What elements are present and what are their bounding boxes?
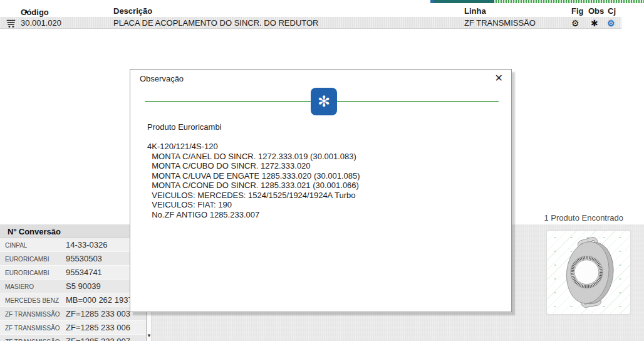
brand-label: MERCEDES BENZ <box>5 297 59 304</box>
conversion-table: Nº Conversão CINPAL 14-33-0326 EURORICAM… <box>0 224 146 341</box>
row-descricao-value: PLACA DE ACOPLAMENTO DO SINCR. DO REDUTO… <box>113 18 318 28</box>
dialog-title: Observação <box>140 74 184 83</box>
descricao-column-header[interactable]: Descrição <box>113 6 152 16</box>
scroll-down-button[interactable]: ▼ <box>147 332 152 340</box>
observation-line: No.ZF ANTIGO 1285.233.007 <box>147 210 360 220</box>
observation-line: MONTA C/ANEL DO SINCR. 1272.333.019 (30.… <box>147 152 360 162</box>
cj-column-header: Cj <box>608 6 616 16</box>
linha-column-header[interactable]: Linha <box>464 6 486 16</box>
brand-label: EURORICAMBI <box>5 270 49 276</box>
conversion-number: 95534741 <box>66 268 102 277</box>
observation-line: MONTA C/CUBO DO SINCR. 1272.333.020 <box>147 161 360 171</box>
table-row: MASIERO S5 90039 <box>0 280 146 293</box>
conversion-number: ZF=1285 233 006 <box>66 323 130 332</box>
results-count-label: 1 Produto Encontrado <box>544 213 623 223</box>
table-row: EURORICAMBI 95534741 <box>0 266 146 280</box>
table-row: ZF TRANSMISSÃO ZF=1285 233 006 <box>0 321 146 335</box>
top-accent-bar-teal-segment <box>430 0 494 3</box>
observation-line: 4K-120/121/4S-120 <box>147 142 360 152</box>
observacao-dialog: Observação ✕ ✻ Produto Euroricambi 4K-12… <box>130 69 512 312</box>
sort-ascending-icon[interactable]: ▲ <box>23 8 29 14</box>
observation-line: MONTA C/CONE DO SINCR. 1285.333.021 (30.… <box>147 181 360 191</box>
table-row: ZF TRANSMISSÃO ZF=1285 233 007 <box>0 335 146 341</box>
fig-column-header: Fig <box>571 6 584 16</box>
table-row: ZF TRANSMISSÃO ZF=1285 233 003 <box>0 307 146 321</box>
observation-line: Produto Euroricambi <box>147 122 360 132</box>
observation-text: Produto Euroricambi 4K-120/121/4S-120 MO… <box>147 122 360 219</box>
row-codigo-value: 30.001.020 <box>21 18 61 28</box>
obs-asterisk-icon[interactable]: ✱ <box>591 18 598 28</box>
observation-line: VEICULOS: MERCEDES: 1524/1525/1924/1924A… <box>147 191 360 201</box>
brand-label: ZF TRANSMISSÃO <box>5 338 60 341</box>
conversion-number: ZF=1285 233 003 <box>66 309 130 318</box>
brand-label: CINPAL <box>5 242 27 249</box>
brand-label: ZF TRANSMISSÃO <box>5 325 60 332</box>
row-linha-value: ZF TRANSMISSÃO <box>464 18 536 28</box>
product-image <box>546 230 631 315</box>
table-row: CINPAL 14-33-0326 <box>0 238 146 252</box>
observation-line <box>147 132 360 142</box>
results-table-header: Código▲ Descrição Linha Fig Obs Cj <box>0 5 644 17</box>
fig-gear-icon[interactable]: ⚙ <box>571 18 579 28</box>
conversion-number: 95530503 <box>66 254 102 263</box>
table-row[interactable]: 30.001.020 PLACA DE ACOPLAMENTO DO SINCR… <box>0 17 621 29</box>
conversion-number: S5 90039 <box>66 281 101 291</box>
top-accent-bar <box>430 0 644 3</box>
brand-label: EURORICAMBI <box>5 256 49 263</box>
observation-line: MONTA C/LUVA DE ENGATE 1285.333.020 (30.… <box>147 171 360 181</box>
observation-line: VEICULOS: FIAT: 190 <box>147 200 360 210</box>
coupling-plate-illustration <box>556 234 622 312</box>
brand-label: ZF TRANSMISSÃO <box>5 311 60 318</box>
obs-column-header: Obs <box>588 6 604 16</box>
close-icon[interactable]: ✕ <box>495 72 503 84</box>
conversion-table-body: CINPAL 14-33-0326 EURORICAMBI 95530503 E… <box>0 238 146 341</box>
brand-label: MASIERO <box>5 283 34 290</box>
conversion-number: ZF=1285 233 007 <box>66 337 130 341</box>
parts-catalog-screen: Código▲ Descrição Linha Fig Obs Cj 30.00… <box>0 0 644 341</box>
conversion-number: MB=000 262 1937 <box>66 295 133 305</box>
cart-icon[interactable] <box>6 18 16 31</box>
asterisk-badge-icon: ✻ <box>311 88 337 115</box>
cj-gear-blue-icon[interactable]: ⚙ <box>607 18 615 28</box>
conversion-number: 14-33-0326 <box>66 240 108 249</box>
conversion-table-title: Nº Conversão <box>0 224 146 238</box>
table-row: EURORICAMBI 95530503 <box>0 252 146 266</box>
table-row: MERCEDES BENZ MB=000 262 1937 <box>0 293 146 307</box>
